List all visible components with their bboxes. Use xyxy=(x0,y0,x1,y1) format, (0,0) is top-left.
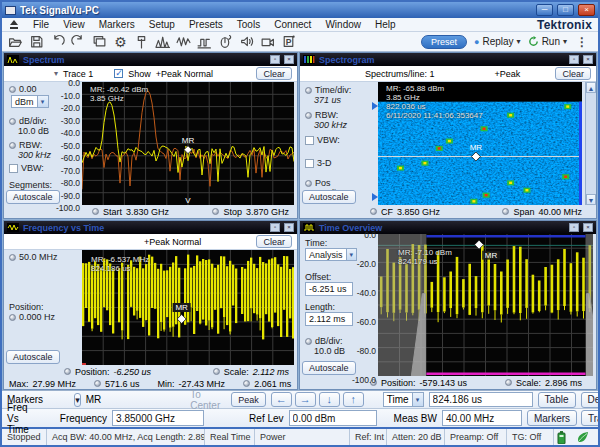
audio-icon[interactable] xyxy=(237,33,256,50)
span-value[interactable]: 40.00 MHz xyxy=(538,207,582,217)
menu-item-window[interactable]: Window xyxy=(318,18,368,31)
vbw-checkbox[interactable] xyxy=(9,164,18,173)
stop-value[interactable]: 3.870 GHz xyxy=(246,207,289,217)
more-menu-icon[interactable]: ⋮ xyxy=(574,35,590,49)
rbw-value[interactable]: 300 kHz xyxy=(18,150,51,160)
fvt-autoscale-button[interactable]: Autoscale xyxy=(6,350,60,364)
mouse-icon[interactable] xyxy=(216,33,235,50)
fvt-clear-button[interactable]: Clear xyxy=(256,235,292,248)
to-titlebar[interactable]: Time Overview ▫ × xyxy=(300,221,596,234)
fvt-top-scale[interactable]: 50.0 MHz xyxy=(19,252,58,262)
marker-flag-icon[interactable] xyxy=(132,33,151,50)
fvt-position-value[interactable]: 0.000 Hz xyxy=(19,312,55,322)
window-maximize-button[interactable]: □ xyxy=(557,4,574,16)
menu-item-file[interactable]: File xyxy=(26,18,56,31)
rbw-knob[interactable] xyxy=(9,142,16,149)
to-minimize-button[interactable]: ▫ xyxy=(569,223,579,232)
redo-icon[interactable] xyxy=(69,33,88,50)
threed-checkbox[interactable] xyxy=(305,159,314,168)
settings-icon[interactable]: ⚙ xyxy=(111,33,130,50)
scroll-down-icon[interactable]: ▼ xyxy=(586,194,596,205)
markers-panel-button[interactable]: Markers xyxy=(527,410,577,426)
cf-knob[interactable] xyxy=(370,208,377,215)
stop-knob[interactable] xyxy=(212,208,219,215)
to-db-div-knob[interactable] xyxy=(305,338,312,345)
spectrogram-plot[interactable]: MR xyxy=(378,82,582,205)
define-button[interactable]: Define xyxy=(581,392,600,408)
start-value[interactable]: 3.830 GHz xyxy=(126,207,169,217)
fvt-plot[interactable]: MR xyxy=(82,250,294,365)
marker-dropdown-button[interactable]: ▾ xyxy=(74,393,81,407)
db-div-value[interactable]: 10.0 dB xyxy=(18,126,49,136)
spectrum-clear-button[interactable]: Clear xyxy=(256,67,292,80)
spectrum-minimize-button[interactable]: ▫ xyxy=(270,55,280,64)
fvt-xscale-knob[interactable] xyxy=(213,368,220,375)
menu-item-setup[interactable]: Setup xyxy=(142,18,182,31)
cf-value[interactable]: 3.850 GHz xyxy=(397,207,440,217)
marker-readout-type-dropdown[interactable]: Time▾ xyxy=(383,392,424,407)
scroll-track[interactable] xyxy=(586,93,596,194)
time-div-knob[interactable] xyxy=(305,87,312,94)
spectrum-display-icon[interactable] xyxy=(153,33,172,50)
spectrogram-clear-button[interactable]: Clear xyxy=(555,67,591,80)
peak-button[interactable]: Peak xyxy=(231,392,266,407)
fvt-close-button[interactable]: × xyxy=(284,223,294,232)
window-close-button[interactable]: × xyxy=(578,4,595,16)
to-xscale-value[interactable]: 2.896 ms xyxy=(545,378,582,388)
menu-item-presets[interactable]: Presets xyxy=(182,18,230,31)
pos-knob[interactable] xyxy=(305,180,312,187)
traces-panel-button[interactable]: Traces xyxy=(581,410,600,426)
fvt-minimize-button[interactable]: ▫ xyxy=(270,223,280,232)
menu-item-tools[interactable]: Tools xyxy=(230,18,267,31)
fvt-min-at-knob[interactable] xyxy=(243,380,250,387)
peak-right-button[interactable]: → xyxy=(295,392,316,407)
amplitude-vs-time-icon[interactable] xyxy=(174,33,193,50)
ref-level-value[interactable]: 0.00 xyxy=(19,84,37,94)
start-knob[interactable] xyxy=(92,208,99,215)
sgram-vbw-checkbox[interactable] xyxy=(305,136,314,145)
spectrum-titlebar[interactable]: Spectrum ▫ × xyxy=(4,53,297,66)
spectrogram-autoscale-button[interactable]: Autoscale xyxy=(302,190,356,204)
sgram-rbw-value[interactable]: 300 kHz xyxy=(314,120,347,130)
scroll-up-icon[interactable]: ▲ xyxy=(586,82,596,93)
fvt-max-at-knob[interactable] xyxy=(94,380,101,387)
to-plot[interactable]: MR xyxy=(378,234,593,376)
menu-item-help[interactable]: Help xyxy=(368,18,403,31)
undo-icon[interactable] xyxy=(48,33,67,50)
frequency-input[interactable] xyxy=(112,410,204,426)
fvt-xpos-knob[interactable] xyxy=(64,368,71,375)
replay-dropdown-icon[interactable]: ▾ xyxy=(517,37,521,46)
table-button[interactable]: Table xyxy=(538,392,576,408)
to-xscale-knob[interactable] xyxy=(505,379,512,386)
to-close-button[interactable]: × xyxy=(583,223,593,232)
spectrogram-scrollbar[interactable]: ▲ ▼ xyxy=(585,82,596,205)
fvt-top-knob[interactable] xyxy=(9,254,16,261)
preset-button[interactable]: Preset xyxy=(421,35,467,49)
fvt-position-knob[interactable] xyxy=(9,314,16,321)
run-control[interactable]: Run ▾ xyxy=(528,36,567,47)
spectrogram-minimize-button[interactable]: ▫ xyxy=(569,55,579,64)
freq-vs-time-icon[interactable] xyxy=(195,33,214,50)
ref-level-knob[interactable] xyxy=(9,86,16,93)
peak-left-button[interactable]: ← xyxy=(271,392,292,407)
to-db-div-value[interactable]: 10.0 dB xyxy=(314,346,345,356)
show-checkbox[interactable] xyxy=(114,69,123,78)
eject-icon[interactable] xyxy=(8,20,20,30)
run-dropdown-icon[interactable]: ▾ xyxy=(563,37,567,46)
save-icon[interactable] xyxy=(27,33,46,50)
span-knob[interactable] xyxy=(502,208,509,215)
time-div-value[interactable]: 371 us xyxy=(314,95,341,105)
spectrums-line-label[interactable]: Spectrums/line: 1 xyxy=(365,69,435,79)
marker-value-input[interactable] xyxy=(429,392,533,407)
menu-item-connect[interactable]: Connect xyxy=(267,18,318,31)
peak-lower-button[interactable]: ↓ xyxy=(319,392,340,407)
ref-lev-input[interactable] xyxy=(289,410,377,426)
spectrogram-titlebar[interactable]: Spectrogram ▫ × xyxy=(300,53,596,66)
fvt-titlebar[interactable]: Frequency vs Time ▫ × xyxy=(4,221,297,234)
sgram-rbw-knob[interactable] xyxy=(305,112,312,119)
spectrum-plot[interactable]: MRV xyxy=(82,82,294,205)
trace-selector[interactable]: Trace 1 xyxy=(63,69,93,79)
units-dropdown[interactable]: dBm▾ xyxy=(11,95,49,108)
fvt-xpos-value[interactable]: -6.250 us xyxy=(114,367,152,377)
camera-icon[interactable] xyxy=(258,33,277,50)
